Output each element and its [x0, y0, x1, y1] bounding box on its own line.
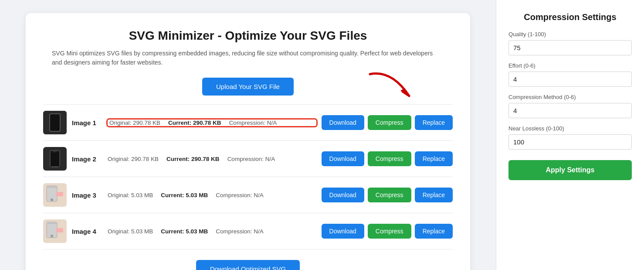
quality-input[interactable]: [508, 40, 632, 55]
image-2-original: Original: 290.78 KB: [108, 156, 159, 162]
svg-rect-0: [43, 111, 67, 134]
image-4-label: Image 4: [72, 228, 102, 235]
image-4-info: Original: 5.03 MB Current: 5.03 MB Compr…: [108, 228, 316, 235]
compression-method-label: Compression Method (0-6): [508, 94, 632, 100]
image-1-replace-button[interactable]: Replace: [415, 115, 453, 130]
upload-button[interactable]: Upload Your SVG File: [202, 78, 294, 96]
quality-field-group: Quality (1-100): [508, 31, 632, 55]
sidebar: Compression Settings Quality (1-100) Eff…: [496, 0, 644, 270]
image-1-label: Image 1: [72, 119, 102, 126]
compression-method-field-group: Compression Method (0-6): [508, 94, 632, 118]
near-lossless-input[interactable]: [508, 134, 632, 150]
svg-rect-7: [52, 166, 58, 167]
main-card: SVG Minimizer - Optimize Your SVG Files …: [26, 13, 470, 270]
near-lossless-field-group: Near Lossless (0-100): [508, 125, 632, 150]
svg-rect-8: [53, 151, 57, 152]
image-2-compress-button[interactable]: Compress: [368, 151, 411, 166]
image-3-info: Original: 5.03 MB Current: 5.03 MB Compr…: [108, 192, 316, 198]
image-4-thumb: [43, 219, 67, 243]
image-4-replace-button[interactable]: Replace: [415, 224, 453, 239]
image-4-download-button[interactable]: Download: [322, 224, 364, 239]
svg-rect-3: [53, 115, 57, 116]
table-row: Image 1 Original: 290.78 KB Current: 290…: [43, 105, 453, 141]
image-3-replace-button[interactable]: Replace: [415, 188, 453, 202]
image-2-actions: Download Compress Replace: [322, 151, 453, 166]
svg-rect-2: [52, 130, 58, 131]
compression-method-input[interactable]: [508, 103, 632, 118]
image-2-label: Image 2: [72, 155, 102, 163]
image-3-label: Image 3: [72, 191, 102, 199]
effort-field-group: Effort (0-6): [508, 62, 632, 87]
svg-rect-1: [50, 114, 60, 131]
svg-point-13: [51, 198, 53, 201]
image-3-download-button[interactable]: Download: [322, 188, 364, 202]
table-row: Image 4 Original: 5.03 MB Current: 5.03 …: [43, 213, 453, 249]
phone-icon-2: [43, 147, 67, 171]
image-3-thumb: [43, 183, 67, 207]
near-lossless-label: Near Lossless (0-100): [508, 125, 632, 132]
image-1-current: Current: 290.78 KB: [168, 120, 221, 126]
svg-point-18: [51, 235, 53, 237]
svg-rect-12: [47, 187, 56, 188]
image-4-original: Original: 5.03 MB: [108, 228, 153, 235]
upload-button-wrap: Upload Your SVG File: [43, 78, 453, 96]
image-1-actions: Download Compress Replace: [322, 115, 453, 130]
image-1-container: Image 1 Original: 290.78 KB Current: 290…: [43, 105, 453, 141]
image-1-download-button[interactable]: Download: [322, 115, 364, 130]
image-2-replace-button[interactable]: Replace: [415, 151, 453, 166]
table-row: Image 2 Original: 290.78 KB Current: 290…: [43, 141, 453, 177]
image-4-current: Current: 5.03 MB: [161, 228, 208, 235]
main-area: SVG Minimizer - Optimize Your SVG Files …: [0, 0, 496, 270]
image-2-download-button[interactable]: Download: [322, 151, 364, 166]
image-2-info: Original: 290.78 KB Current: 290.78 KB C…: [108, 156, 316, 162]
image-1-info: Original: 290.78 KB Current: 290.78 KB C…: [108, 120, 316, 126]
image-3-current: Current: 5.03 MB: [161, 192, 208, 198]
sidebar-title: Compression Settings: [508, 12, 632, 22]
download-optimized-button[interactable]: Download Optimized SVG: [196, 260, 300, 270]
image-2-current: Current: 290.78 KB: [166, 156, 220, 162]
svg-rect-16: [56, 228, 63, 232]
page-title: SVG Minimizer - Optimize Your SVG Files: [43, 29, 453, 43]
image-2-thumb: [43, 147, 67, 171]
image-3-original: Original: 5.03 MB: [108, 192, 153, 198]
image-3-compress-button[interactable]: Compress: [368, 188, 411, 202]
image-3-actions: Download Compress Replace: [322, 188, 453, 202]
image-1-compress-button[interactable]: Compress: [368, 115, 411, 130]
svg-rect-11: [56, 192, 63, 196]
download-optimized-wrap: Download Optimized SVG: [43, 260, 453, 270]
image-3-compression: Compression: N/A: [216, 192, 264, 198]
image-1-original: Original: 290.78 KB: [109, 120, 160, 126]
image-1-compression: Compression: N/A: [229, 120, 277, 126]
phone-icon: [43, 111, 67, 134]
image-2-compression: Compression: N/A: [227, 156, 275, 162]
svg-rect-6: [50, 150, 60, 167]
image-4-compression: Compression: N/A: [216, 228, 264, 235]
table-row: Image 3 Original: 5.03 MB Current: 5.03 …: [43, 177, 453, 213]
image-4-compress-button[interactable]: Compress: [368, 224, 411, 239]
apply-settings-button[interactable]: Apply Settings: [508, 160, 632, 180]
image-1-thumb: [43, 111, 67, 134]
effort-input[interactable]: [508, 72, 632, 87]
phone-color-icon: [43, 183, 67, 207]
image-4-actions: Download Compress Replace: [322, 224, 453, 239]
effort-label: Effort (0-6): [508, 62, 632, 69]
image-list: Image 1 Original: 290.78 KB Current: 290…: [43, 104, 453, 249]
svg-rect-17: [47, 223, 56, 224]
page-description: SVG Mini optimizes SVG files by compress…: [52, 49, 444, 67]
quality-label: Quality (1-100): [508, 31, 632, 38]
phone-color-icon-2: [43, 219, 67, 243]
